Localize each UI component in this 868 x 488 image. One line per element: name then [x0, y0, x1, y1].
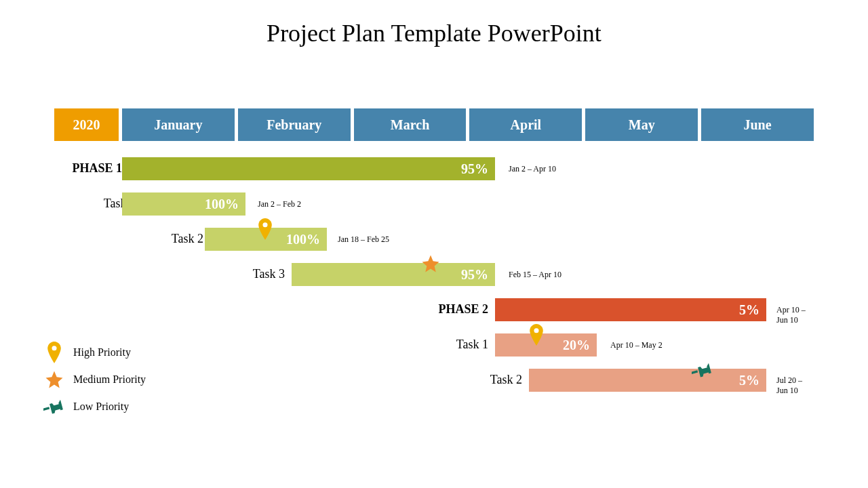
month-feb: February	[238, 108, 351, 141]
svg-line-2	[692, 369, 698, 376]
pin_low-icon	[41, 396, 68, 418]
date-range: Jan 2 – Feb 2	[258, 199, 301, 209]
pin_low-icon	[692, 359, 713, 384]
month-apr: April	[469, 108, 582, 141]
svg-point-3	[52, 346, 56, 350]
year-cell: 2020	[54, 108, 119, 141]
gantt-row: Task 395%Feb 15 – Apr 10	[54, 263, 814, 286]
task-label: Task 2	[68, 232, 203, 246]
star-icon	[420, 253, 441, 277]
task-label: Task 3	[149, 267, 285, 281]
gantt-chart: 2020 January February March April May Ju…	[54, 108, 814, 404]
month-may: May	[585, 108, 698, 141]
svg-point-1	[534, 328, 538, 333]
gantt-bar: 95%	[122, 157, 495, 180]
bar-percentage: 95%	[461, 267, 488, 283]
month-mar: March	[354, 108, 467, 141]
bar-percentage: 5%	[739, 302, 760, 318]
gantt-row: Task 120%Apr 10 – May 2	[54, 333, 814, 357]
pin_high-icon	[529, 324, 544, 348]
bar-percentage: 95%	[461, 161, 488, 177]
task-label: Task 2	[387, 373, 522, 387]
gantt-row: Task 25%Jul 20 – Jun 10	[54, 369, 814, 392]
gantt-bar: 5%	[495, 298, 766, 321]
legend-row: High Priority	[41, 339, 146, 366]
phase-label: PHASE 2	[353, 302, 488, 317]
date-range: Jul 20 – Jun 10	[776, 375, 814, 396]
legend-label: Low Priority	[73, 401, 129, 413]
gantt-bar: 5%	[529, 369, 766, 392]
gantt-bar: 100%	[122, 192, 245, 216]
gantt-bar: 20%	[495, 333, 597, 357]
gantt-row: Task 2100%Jan 18 – Feb 25	[54, 228, 814, 251]
star-icon	[41, 369, 68, 390]
svg-line-4	[43, 405, 50, 413]
legend-row: Medium Priority	[41, 366, 146, 393]
month-jan: January	[122, 108, 235, 141]
svg-point-0	[262, 222, 267, 227]
date-range: Jan 18 – Feb 25	[338, 235, 389, 245]
header-row: 2020 January February March April May Ju…	[54, 108, 814, 141]
rows-area: PHASE 195%Jan 2 – Apr 10Task 1100%Jan 2 …	[54, 157, 814, 392]
date-range: Feb 15 – Apr 10	[509, 270, 561, 280]
bar-percentage: 20%	[563, 338, 590, 353]
bar-percentage: 100%	[205, 197, 239, 212]
pin_high-icon	[258, 218, 273, 243]
date-range: Jan 2 – Apr 10	[509, 164, 556, 174]
task-label: Task 1	[353, 338, 488, 352]
bar-percentage: 100%	[286, 232, 320, 247]
legend-label: Medium Priority	[73, 373, 146, 386]
bar-percentage: 5%	[739, 373, 760, 388]
date-range: Apr 10 – Jun 10	[776, 305, 814, 325]
pin_high-icon	[41, 342, 68, 363]
phase-label: PHASE 1	[0, 161, 122, 176]
legend-label: High Priority	[73, 346, 131, 359]
task-label: Task 1	[0, 197, 136, 211]
gantt-row: PHASE 25%Apr 10 – Jun 10	[54, 298, 814, 321]
gantt-row: PHASE 195%Jan 2 – Apr 10	[54, 157, 814, 180]
gantt-bar: 95%	[292, 263, 495, 286]
date-range: Apr 10 – May 2	[610, 340, 663, 350]
legend: High PriorityMedium PriorityLow Priority	[41, 339, 146, 420]
page-title: Project Plan Template PowerPoint	[0, 0, 868, 47]
month-jun: June	[701, 108, 814, 141]
legend-row: Low Priority	[41, 393, 146, 420]
gantt-row: Task 1100%Jan 2 – Feb 2	[54, 192, 814, 216]
